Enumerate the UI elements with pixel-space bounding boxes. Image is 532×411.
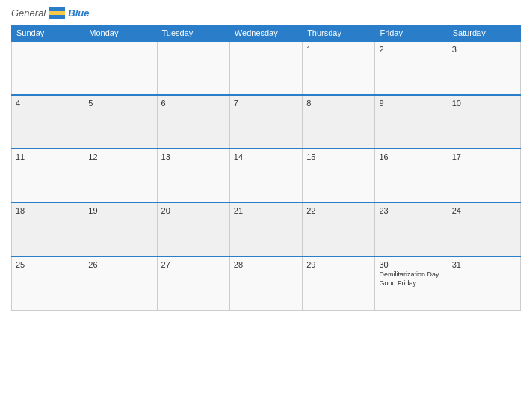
day-number: 10	[452, 99, 516, 108]
weekday-header: Friday	[375, 25, 448, 42]
day-number: 16	[379, 152, 443, 161]
day-number: 11	[16, 152, 80, 161]
day-number: 18	[16, 206, 80, 215]
weekday-header-row: SundayMondayTuesdayWednesdayThursdayFrid…	[12, 25, 521, 42]
logo-flag-icon	[49, 7, 65, 19]
calendar-body: 1234567891011121314151617181920212223242…	[12, 41, 521, 310]
page-header: General Blue	[11, 7, 521, 19]
weekday-header: Wednesday	[229, 25, 302, 42]
calendar-cell: 9	[375, 95, 448, 149]
day-number: 17	[452, 152, 516, 161]
calendar-week-row: 18192021222324	[12, 203, 521, 256]
day-number: 22	[306, 206, 371, 215]
calendar-cell: 1	[303, 41, 375, 95]
logo-blue: Blue	[68, 7, 89, 19]
calendar-cell: 11	[12, 149, 84, 203]
calendar-cell: 12	[84, 149, 157, 203]
calendar-cell: 16	[375, 149, 448, 203]
calendar-cell: 23	[375, 203, 448, 256]
day-number: 6	[161, 99, 226, 108]
day-number: 15	[306, 152, 371, 161]
calendar-cell: 28	[229, 256, 302, 310]
calendar-cell: 29	[303, 256, 375, 310]
calendar-cell: 19	[84, 203, 157, 256]
calendar-cell	[84, 41, 157, 95]
calendar-cell	[12, 41, 84, 95]
calendar-cell: 17	[448, 149, 520, 203]
day-number: 5	[88, 99, 152, 108]
calendar-cell: 25	[12, 256, 84, 310]
calendar-cell: 18	[12, 203, 84, 256]
calendar-week-row: 45678910	[12, 95, 521, 149]
day-number: 13	[161, 152, 226, 161]
day-number: 26	[88, 260, 152, 269]
day-number: 29	[306, 260, 371, 269]
calendar-cell: 27	[157, 256, 229, 310]
calendar-cell: 6	[157, 95, 229, 149]
calendar-cell: 7	[229, 95, 302, 149]
logo: General Blue	[11, 7, 89, 19]
calendar-cell: 20	[157, 203, 229, 256]
svg-rect-1	[49, 11, 65, 15]
day-number: 25	[16, 260, 80, 269]
calendar-cell: 24	[448, 203, 520, 256]
calendar-cell: 15	[303, 149, 375, 203]
day-number: 30	[379, 260, 443, 269]
calendar-cell: 22	[303, 203, 375, 256]
calendar-cell: 26	[84, 256, 157, 310]
day-number: 9	[379, 99, 443, 108]
day-number: 8	[306, 99, 371, 108]
day-number: 31	[452, 260, 516, 269]
day-number: 20	[161, 206, 226, 215]
calendar-event: Demilitarization Day	[379, 271, 443, 279]
calendar-cell	[229, 41, 302, 95]
calendar-cell: 30Demilitarization DayGood Friday	[375, 256, 448, 310]
calendar-cell	[157, 41, 229, 95]
calendar-cell: 5	[84, 95, 157, 149]
day-number: 1	[306, 45, 371, 54]
day-number: 4	[16, 99, 80, 108]
calendar-week-row: 252627282930Demilitarization DayGood Fri…	[12, 256, 521, 310]
calendar-table: SundayMondayTuesdayWednesdayThursdayFrid…	[11, 25, 521, 311]
calendar-cell: 31	[448, 256, 520, 310]
calendar-cell: 10	[448, 95, 520, 149]
day-number: 19	[88, 206, 152, 215]
weekday-header: Monday	[84, 25, 157, 42]
calendar-page: General Blue SundayMondayTuesdayWednesda…	[0, 0, 532, 411]
calendar-cell: 2	[375, 41, 448, 95]
day-number: 24	[452, 206, 516, 215]
day-number: 12	[88, 152, 152, 161]
calendar-cell: 8	[303, 95, 375, 149]
day-number: 27	[161, 260, 226, 269]
calendar-week-row: 11121314151617	[12, 149, 521, 203]
weekday-header: Sunday	[12, 25, 84, 42]
weekday-header: Saturday	[448, 25, 520, 42]
day-number: 7	[234, 99, 298, 108]
calendar-week-row: 123	[12, 41, 521, 95]
day-number: 28	[234, 260, 298, 269]
day-number: 3	[452, 45, 516, 54]
weekday-header: Thursday	[303, 25, 375, 42]
day-number: 2	[379, 45, 443, 54]
calendar-cell: 3	[448, 41, 520, 95]
calendar-cell: 4	[12, 95, 84, 149]
calendar-cell: 14	[229, 149, 302, 203]
calendar-cell: 13	[157, 149, 229, 203]
weekday-header: Tuesday	[157, 25, 229, 42]
day-number: 21	[234, 206, 298, 215]
calendar-event: Good Friday	[379, 279, 443, 288]
day-number: 14	[234, 152, 298, 161]
day-number: 23	[379, 206, 443, 215]
calendar-cell: 21	[229, 203, 302, 256]
logo-general: General	[11, 7, 46, 19]
